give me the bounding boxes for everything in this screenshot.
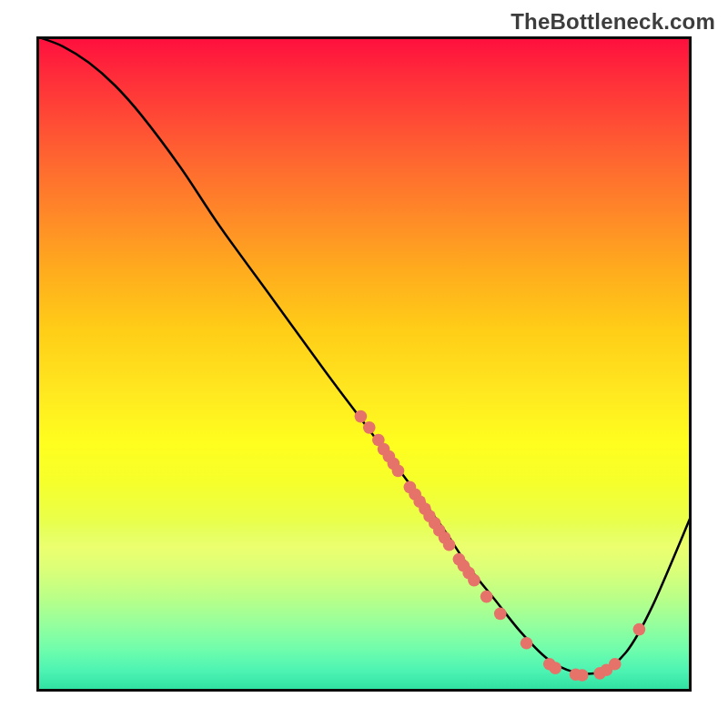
- scatter-point: [609, 658, 622, 671]
- scatter-point: [363, 421, 376, 434]
- scatter-point: [355, 410, 368, 423]
- scatter-point: [480, 591, 493, 603]
- scatter-point: [576, 669, 589, 682]
- watermark-label: TheBottleneck.com: [511, 9, 715, 35]
- chart-stage: TheBottleneck.com: [0, 0, 728, 728]
- scatter-point: [549, 662, 561, 674]
- scatter-point: [633, 623, 646, 636]
- chart-svg: [36, 36, 692, 692]
- bottleneck-curve: [36, 36, 692, 674]
- scatter-point: [443, 539, 456, 551]
- scatter-point: [392, 465, 405, 478]
- scatter-point: [494, 607, 507, 620]
- scatter-point: [521, 637, 533, 650]
- scatter-point: [468, 574, 480, 587]
- scatter-points: [355, 410, 646, 682]
- plot-area: [36, 36, 692, 692]
